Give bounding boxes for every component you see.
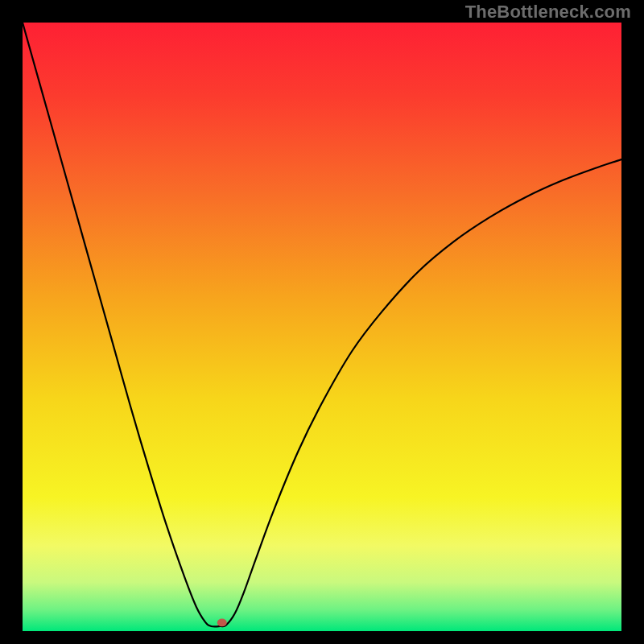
chart-frame: TheBottleneck.com bbox=[0, 0, 644, 644]
chart-svg bbox=[23, 23, 621, 631]
plot-area bbox=[23, 23, 621, 631]
watermark-text: TheBottleneck.com bbox=[465, 2, 631, 23]
optimum-marker bbox=[217, 619, 227, 627]
gradient-background bbox=[23, 23, 621, 631]
